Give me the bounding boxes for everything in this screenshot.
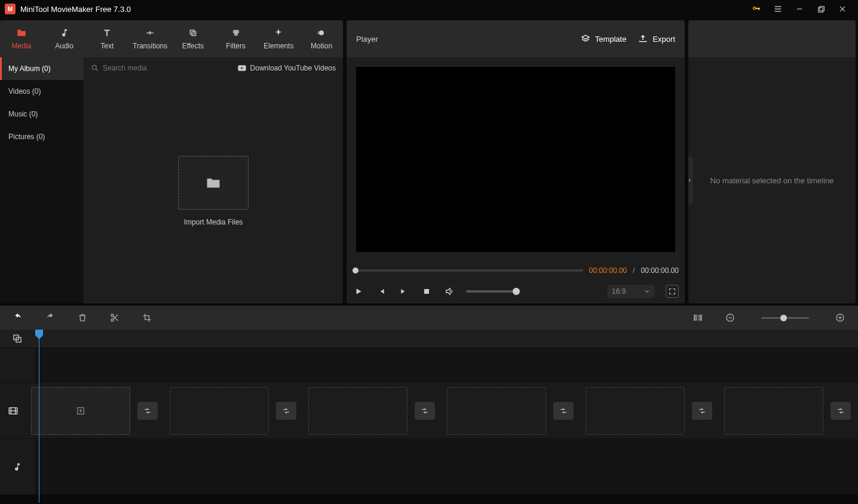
audio-track-header	[0, 439, 35, 494]
svg-rect-4	[819, 6, 824, 11]
search-input[interactable]	[103, 64, 232, 72]
transition-slot[interactable]	[415, 402, 435, 420]
spacer-track[interactable]	[35, 348, 858, 382]
tab-audio[interactable]: Audio	[43, 20, 86, 57]
split-button[interactable]	[109, 312, 121, 324]
delete-button[interactable]	[76, 312, 88, 324]
minimize-button[interactable]	[789, 0, 810, 18]
add-track-button[interactable]	[11, 333, 23, 345]
expand-properties-handle[interactable]	[688, 156, 693, 204]
import-media-button[interactable]	[178, 156, 249, 210]
aspect-ratio-select[interactable]: 16:9	[607, 285, 655, 298]
tab-filters[interactable]: Filters	[214, 20, 258, 57]
video-track[interactable]	[26, 383, 858, 438]
timeline-ruler[interactable]	[35, 330, 858, 348]
properties-header	[688, 20, 856, 57]
volume-slider[interactable]	[466, 290, 520, 293]
template-label: Template	[595, 35, 627, 44]
clip-slot[interactable]	[31, 387, 130, 435]
tab-media[interactable]: Media	[0, 20, 43, 57]
clip-slot[interactable]	[308, 387, 407, 435]
export-button[interactable]: Export	[638, 34, 675, 44]
filters-icon	[231, 27, 241, 38]
media-sidebar: My Album (0) Videos (0) Music (0) Pictur…	[0, 57, 84, 303]
transition-slot[interactable]	[692, 402, 712, 420]
tab-elements[interactable]: Elements	[258, 20, 301, 57]
prev-frame-button[interactable]	[375, 285, 387, 297]
tab-text[interactable]: Text	[86, 20, 129, 57]
maximize-button[interactable]	[810, 0, 832, 18]
sidebar-item-videos[interactable]: Videos (0)	[0, 80, 84, 103]
sidebar-item-pictures[interactable]: Pictures (0)	[0, 125, 84, 148]
time-total: 00:00:00.00	[641, 266, 679, 275]
undo-button[interactable]	[12, 312, 24, 324]
sidebar-label: My Album (0)	[8, 64, 51, 73]
properties-empty-text: No material selected on the timeline	[710, 176, 834, 185]
clip-slot[interactable]	[724, 387, 823, 435]
download-label: Download YouTube Videos	[250, 64, 336, 72]
play-button[interactable]	[353, 285, 364, 297]
search-icon	[91, 64, 99, 72]
video-canvas[interactable]	[356, 67, 675, 252]
video-track-icon	[8, 405, 19, 416]
clip-slot[interactable]	[586, 387, 685, 435]
motion-icon	[316, 27, 327, 38]
transition-slot[interactable]	[553, 402, 574, 420]
sidebar-label: Pictures (0)	[8, 133, 45, 141]
timeline-toolbar	[0, 306, 858, 330]
tab-motion[interactable]: Motion	[300, 20, 343, 57]
progress-thumb[interactable]	[353, 268, 358, 273]
transition-slot[interactable]	[831, 402, 851, 420]
folder-open-icon	[205, 174, 222, 191]
sidebar-label: Music (0)	[8, 110, 38, 118]
tab-label: Text	[100, 42, 114, 50]
progress-slider[interactable]	[353, 269, 583, 272]
player-panel: Player Template Export 00:00:00.00 / 00:…	[347, 20, 685, 303]
clip-slot[interactable]	[170, 387, 269, 435]
tab-transitions[interactable]: Transitions	[128, 20, 171, 57]
video-track-header	[0, 383, 26, 438]
crop-button[interactable]	[141, 312, 153, 324]
sidebar-item-my-album[interactable]: My Album (0)	[0, 57, 84, 80]
transition-slot[interactable]	[137, 402, 158, 420]
zoom-slider[interactable]	[761, 317, 809, 319]
download-youtube-link[interactable]: Download YouTube Videos	[237, 64, 336, 72]
effects-icon	[188, 27, 198, 38]
player-title: Player	[356, 35, 378, 44]
audio-track-icon	[13, 462, 22, 472]
template-button[interactable]: Template	[581, 34, 627, 44]
sparkle-icon	[273, 27, 284, 38]
close-button[interactable]	[832, 0, 853, 18]
volume-button[interactable]	[443, 285, 455, 297]
zoom-thumb[interactable]	[780, 315, 787, 321]
svg-line-16	[96, 69, 98, 71]
zoom-in-button[interactable]	[834, 312, 846, 324]
audio-track[interactable]	[35, 439, 858, 494]
download-icon	[237, 64, 247, 72]
transition-slot[interactable]	[276, 402, 296, 420]
zoom-out-button[interactable]	[724, 312, 736, 324]
sidebar-item-music[interactable]: Music (0)	[0, 103, 84, 125]
chevron-down-icon	[644, 288, 650, 294]
stop-button[interactable]	[421, 285, 433, 297]
next-frame-button[interactable]	[398, 285, 410, 297]
sidebar-label: Videos (0)	[8, 87, 41, 96]
folder-icon	[16, 27, 27, 38]
search-wrap	[91, 64, 232, 72]
timeline-fit-button[interactable]	[692, 312, 704, 324]
fullscreen-button[interactable]	[666, 285, 679, 298]
template-icon	[581, 34, 590, 44]
volume-thumb[interactable]	[513, 288, 520, 295]
main-tabs: Media Audio Text Transitions Effects Fil…	[0, 20, 343, 57]
export-icon	[638, 34, 648, 44]
tab-effects[interactable]: Effects	[171, 20, 214, 57]
redo-button[interactable]	[44, 312, 56, 324]
import-media-label: Import Media Files	[184, 218, 243, 226]
import-to-slot-icon	[76, 406, 85, 416]
menu-button[interactable]	[767, 0, 789, 18]
clip-slot[interactable]	[447, 387, 546, 435]
video-preview-area	[347, 57, 685, 262]
time-current: 00:00:00.00	[589, 266, 627, 275]
activate-key-button[interactable]	[746, 0, 767, 18]
tab-label: Filters	[226, 42, 246, 50]
